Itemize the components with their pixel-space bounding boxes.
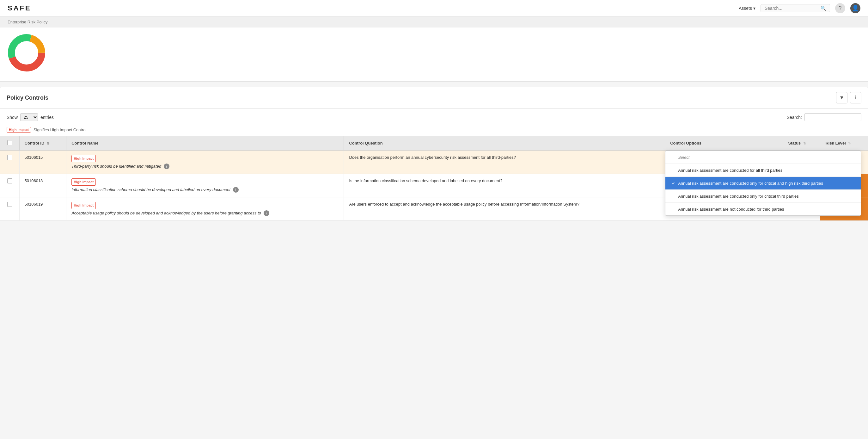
breadcrumb: Enterprise Risk Policy bbox=[0, 17, 868, 28]
table-header-row: Control ID ⇅ Control Name Control Questi… bbox=[0, 136, 868, 150]
check-icon-selected: ✓ bbox=[672, 181, 676, 186]
row1-question: Does the organisation perform an annual … bbox=[344, 150, 665, 174]
legend-text: Signifies High Impact Control bbox=[33, 127, 87, 132]
assets-label: Assets bbox=[739, 6, 752, 11]
help-button[interactable]: ? bbox=[835, 3, 845, 13]
row3-high-impact-badge: High Impact bbox=[71, 202, 96, 209]
row1-control-name: High Impact Third-party risk should be i… bbox=[66, 150, 344, 174]
donut-chart bbox=[8, 34, 45, 72]
policy-controls-table: Control ID ⇅ Control Name Control Questi… bbox=[0, 136, 868, 221]
row1-control-id: 50106015 bbox=[19, 150, 66, 174]
col-status: Status ⇅ bbox=[783, 136, 820, 150]
header-actions: ▼ i bbox=[836, 92, 861, 104]
row3-question: Are users enforced to accept and acknowl… bbox=[344, 197, 665, 221]
row1-high-impact-badge: High Impact bbox=[71, 155, 96, 162]
row2-control-name: High Impact Information classification s… bbox=[66, 174, 344, 197]
row3-control-name: High Impact Acceptable usage policy shou… bbox=[66, 197, 344, 221]
dropdown-popup: ✓ Select ✓ Annual risk assessment are co… bbox=[665, 151, 861, 216]
select-all-checkbox[interactable] bbox=[7, 140, 12, 145]
row1-checkbox[interactable] bbox=[7, 155, 12, 160]
dropdown-option-label: Select bbox=[678, 155, 689, 160]
high-impact-legend-badge: High Impact bbox=[7, 127, 31, 133]
table-search: Search: bbox=[787, 113, 861, 121]
row3-checkbox-cell bbox=[0, 197, 19, 221]
entries-label: entries bbox=[40, 115, 54, 120]
col-control-question: Control Question bbox=[344, 136, 665, 150]
breadcrumb-text: Enterprise Risk Policy bbox=[8, 20, 48, 24]
dropdown-option-select[interactable]: ✓ Select bbox=[665, 151, 861, 164]
table-row: 50106015 High Impact Third-party risk sh… bbox=[0, 150, 868, 174]
row1-name-text: Third-party risk should be identified an… bbox=[71, 164, 161, 169]
row3-name-text: Acceptable usage policy should be develo… bbox=[71, 211, 261, 215]
row1-checkbox-cell bbox=[0, 150, 19, 174]
control-id-sort[interactable]: ⇅ bbox=[47, 142, 49, 145]
avatar-icon: 👤 bbox=[852, 5, 859, 12]
info-icon: i bbox=[855, 95, 856, 100]
row3-checkbox[interactable] bbox=[7, 202, 12, 207]
header: SAFE Assets ▾ 🔍 ? 👤 bbox=[0, 0, 868, 17]
filter-icon: ▼ bbox=[839, 95, 844, 100]
dropdown-option-none[interactable]: ✓ Annual risk assessment are not conduct… bbox=[665, 203, 861, 215]
row2-checkbox[interactable] bbox=[7, 178, 12, 183]
search-label: Search: bbox=[787, 115, 802, 120]
row2-high-impact-badge: High Impact bbox=[71, 178, 96, 186]
dropdown-option-critical-high-label: Annual risk assessment are conducted onl… bbox=[678, 181, 823, 186]
info-button[interactable]: i bbox=[850, 92, 861, 104]
col-checkbox bbox=[0, 136, 19, 150]
policy-controls-title: Policy Controls bbox=[7, 94, 49, 101]
table-search-input[interactable] bbox=[804, 113, 861, 121]
avatar[interactable]: 👤 bbox=[850, 3, 860, 13]
row2-control-id: 50106018 bbox=[19, 174, 66, 197]
dropdown-option-critical[interactable]: ✓ Annual risk assessment are conducted o… bbox=[665, 190, 861, 203]
col-control-id: Control ID ⇅ bbox=[19, 136, 66, 150]
row1-info-icon[interactable]: i bbox=[164, 164, 169, 169]
row2-info-icon[interactable]: i bbox=[233, 187, 239, 193]
dropdown-option-critical-high[interactable]: ✓ Annual risk assessment are conducted o… bbox=[665, 177, 861, 190]
col-control-name: Control Name bbox=[66, 136, 344, 150]
col-risk-level: Risk Level ⇅ bbox=[820, 136, 868, 150]
dropdown-option-all-label: Annual risk assessment are conducted for… bbox=[678, 168, 782, 173]
status-sort[interactable]: ⇅ bbox=[803, 142, 806, 145]
dropdown-option-critical-label: Annual risk assessment are conducted onl… bbox=[678, 194, 799, 199]
row3-control-id: 50106019 bbox=[19, 197, 66, 221]
row2-name-text: Information classification schema should… bbox=[71, 187, 230, 192]
legend-row: High Impact Signifies High Impact Contro… bbox=[0, 125, 868, 136]
show-entries: Show 25 50 100 entries bbox=[7, 113, 54, 121]
search-icon: 🔍 bbox=[820, 6, 826, 11]
show-label: Show bbox=[7, 115, 18, 120]
dropdown-option-none-label: Annual risk assessment are not conducted… bbox=[678, 207, 784, 212]
table-wrapper: Control ID ⇅ Control Name Control Questi… bbox=[0, 136, 868, 221]
global-search-bar[interactable]: 🔍 bbox=[761, 4, 830, 12]
chevron-down-icon: ▾ bbox=[753, 6, 755, 11]
logo: SAFE bbox=[8, 4, 31, 12]
filter-button[interactable]: ▼ bbox=[836, 92, 847, 104]
help-icon: ? bbox=[839, 5, 842, 11]
chart-area bbox=[0, 28, 868, 82]
col-control-options: Control Options bbox=[665, 136, 783, 150]
global-search-input[interactable] bbox=[765, 6, 818, 11]
row2-checkbox-cell bbox=[0, 174, 19, 197]
table-controls: Show 25 50 100 entries Search: bbox=[0, 109, 868, 125]
dropdown-option-all[interactable]: ✓ Annual risk assessment are conducted f… bbox=[665, 164, 861, 177]
row1-options-cell[interactable]: ✓ Select ✓ Annual risk assessment are co… bbox=[665, 150, 783, 174]
assets-button[interactable]: Assets ▾ bbox=[739, 6, 755, 11]
header-right: Assets ▾ 🔍 ? 👤 bbox=[739, 3, 860, 13]
row3-info-icon[interactable]: i bbox=[264, 210, 269, 216]
row2-question: Is the information classification schema… bbox=[344, 174, 665, 197]
policy-controls-section: Policy Controls ▼ i Show 25 50 100 entri… bbox=[0, 87, 868, 221]
risk-level-sort[interactable]: ⇅ bbox=[848, 142, 850, 145]
policy-controls-header: Policy Controls ▼ i bbox=[0, 87, 868, 109]
entries-select[interactable]: 25 50 100 bbox=[20, 113, 38, 121]
